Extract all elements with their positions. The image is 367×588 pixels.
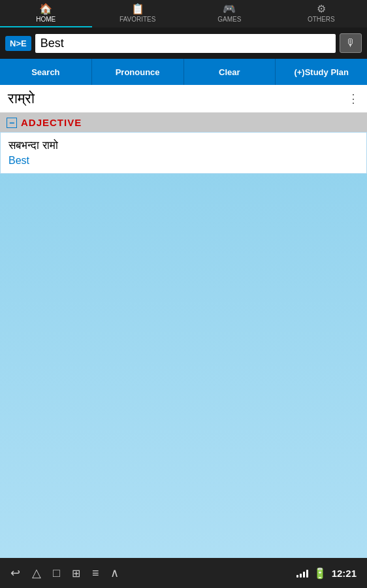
search-input[interactable] [35, 34, 336, 53]
nav-games-label: GAMES [217, 16, 241, 23]
nav-others-label: OTHERS [308, 16, 335, 23]
nav-home[interactable]: 🏠 HOME [0, 0, 92, 27]
search-button[interactable]: Search [0, 59, 92, 85]
share-icon[interactable]: ⋮ [347, 91, 359, 106]
bar1 [296, 575, 298, 578]
nav-home-label: HOME [36, 16, 56, 23]
time-display: 12:21 [332, 568, 357, 579]
search-bar-row: N>E 🎙 [0, 27, 367, 59]
back-icon[interactable]: ↩ [10, 566, 20, 580]
up-icon[interactable]: ∧ [110, 566, 119, 580]
nav-favorites-label: FAVORITES [120, 16, 155, 23]
bar2 [300, 574, 302, 578]
nav-favorites[interactable]: 📋 FAVORITES [92, 0, 184, 27]
signal-bars [296, 568, 308, 578]
study-plan-button[interactable]: (+)Study Plan [276, 59, 367, 85]
action-buttons-row: Search Pronounce Clear (+)Study Plan [0, 59, 367, 85]
status-bar: ↩ △ □ ⊞ ≡ ∧ 🔋 12:21 [0, 558, 367, 588]
result-area: राम्रो ⋮ − ADJECTIVE सबभन्दा रामो Best [0, 85, 367, 588]
games-icon: 🎮 [223, 4, 236, 14]
qr-icon[interactable]: ⊞ [72, 567, 80, 580]
home-soft-icon[interactable]: △ [32, 566, 41, 580]
recents-icon[interactable]: □ [53, 566, 60, 580]
pronounce-button[interactable]: Pronounce [92, 59, 184, 85]
nav-others[interactable]: ⚙ OTHERS [276, 0, 368, 27]
direction-badge[interactable]: N>E [5, 36, 31, 51]
definition-english[interactable]: Best [8, 155, 359, 167]
pos-header: − ADJECTIVE [0, 113, 367, 132]
favorites-icon: 📋 [131, 4, 144, 14]
definition-card: सबभन्दा रामो Best [0, 132, 367, 174]
definition-nepali: सबभन्दा रामो [8, 139, 359, 152]
collapse-button[interactable]: − [7, 118, 17, 128]
clear-button[interactable]: Clear [184, 59, 276, 85]
status-left-icons: ↩ △ □ ⊞ ≡ ∧ [10, 566, 119, 580]
nav-games[interactable]: 🎮 GAMES [184, 0, 276, 27]
menu-icon[interactable]: ≡ [92, 566, 99, 580]
others-icon: ⚙ [317, 4, 326, 14]
home-icon: 🏠 [39, 4, 52, 14]
pos-label: ADJECTIVE [21, 117, 82, 128]
status-right: 🔋 12:21 [296, 567, 357, 580]
translation-text: राम्रो [8, 90, 35, 107]
bar4 [306, 570, 308, 578]
battery-icon: 🔋 [313, 567, 327, 580]
translation-header: राम्रो ⋮ [0, 85, 367, 113]
mic-icon: 🎙 [345, 37, 356, 49]
top-navigation: 🏠 HOME 📋 FAVORITES 🎮 GAMES ⚙ OTHERS [0, 0, 367, 27]
bar3 [303, 572, 305, 578]
mic-button[interactable]: 🎙 [340, 33, 362, 53]
